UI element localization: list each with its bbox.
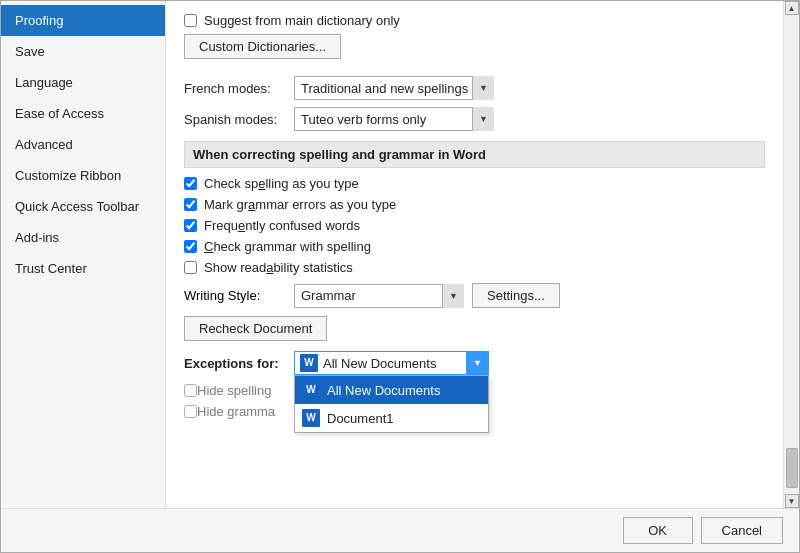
mark-grammar-label: Mark grammar errors as you type (204, 197, 396, 212)
writing-style-row: Writing Style: Grammar ▼ Settings... (184, 283, 765, 308)
suggest-dict-label: Suggest from main dictionary only (204, 13, 400, 28)
document1-label: Document1 (327, 411, 393, 426)
spanish-modes-label: Spanish modes: (184, 112, 294, 127)
hide-spelling-label: Hide spelling (197, 383, 271, 398)
sidebar-item-save[interactable]: Save (1, 36, 165, 67)
confused-words-label: Frequently confused words (204, 218, 360, 233)
spanish-modes-row: Spanish modes: Tuteo verb forms only ▼ (184, 107, 765, 131)
exceptions-row: Exceptions for: W All New Documents ▼ W (184, 351, 765, 375)
custom-dict-button[interactable]: Custom Dictionaries... (184, 34, 341, 59)
check-spelling-label: Check spelling as you type (204, 176, 359, 191)
writing-style-label: Writing Style: (184, 288, 294, 303)
scrollbar-thumb[interactable] (786, 448, 798, 488)
sidebar-item-ease-of-access[interactable]: Ease of Access (1, 98, 165, 129)
spanish-modes-select[interactable]: Tuteo verb forms only (294, 107, 494, 131)
exceptions-dropdown-arrow-icon[interactable]: ▼ (466, 352, 488, 374)
sidebar-item-proofing[interactable]: Proofing (1, 5, 165, 36)
dialog-body: Proofing Save Language Ease of Access Ad… (1, 1, 799, 508)
exceptions-doc-icon: W (299, 353, 319, 373)
settings-button[interactable]: Settings... (472, 283, 560, 308)
french-modes-dropdown-wrapper: Traditional and new spellings ▼ (294, 76, 494, 100)
exceptions-label: Exceptions for: (184, 356, 294, 371)
exceptions-dropdown-menu: W All New Documents W Document1 (294, 375, 489, 433)
all-new-label: All New Documents (327, 383, 440, 398)
dropdown-item-all-new[interactable]: W All New Documents (295, 376, 488, 404)
sidebar-item-customize-ribbon[interactable]: Customize Ribbon (1, 160, 165, 191)
exceptions-dropdown-container: W All New Documents ▼ W All New Document… (294, 351, 489, 375)
recheck-button[interactable]: Recheck Document (184, 316, 327, 341)
cancel-button[interactable]: Cancel (701, 517, 783, 544)
check-spelling-checkbox[interactable] (184, 177, 197, 190)
scrollbar-track: ▲ ▼ (783, 1, 799, 508)
main-content: Suggest from main dictionary only Custom… (166, 1, 783, 508)
readability-row: Show readability statistics (184, 260, 765, 275)
recheck-row: Recheck Document (184, 316, 765, 341)
readability-checkbox[interactable] (184, 261, 197, 274)
writing-style-select[interactable]: Grammar (294, 284, 464, 308)
check-grammar-row: Check grammar with spelling (184, 239, 765, 254)
exceptions-dropdown-button[interactable]: W All New Documents ▼ (294, 351, 489, 375)
sidebar-item-language[interactable]: Language (1, 67, 165, 98)
french-modes-select[interactable]: Traditional and new spellings (294, 76, 494, 100)
confused-words-row: Frequently confused words (184, 218, 765, 233)
dropdown-item-document1[interactable]: W Document1 (295, 404, 488, 432)
check-grammar-checkbox[interactable] (184, 240, 197, 253)
confused-words-checkbox[interactable] (184, 219, 197, 232)
all-new-doc-icon: W (301, 380, 321, 400)
word-options-dialog: Proofing Save Language Ease of Access Ad… (0, 0, 800, 553)
french-modes-row: French modes: Traditional and new spelli… (184, 76, 765, 100)
sidebar-item-quick-access-toolbar[interactable]: Quick Access Toolbar (1, 191, 165, 222)
suggest-dict-row: Suggest from main dictionary only (184, 13, 765, 28)
french-modes-label: French modes: (184, 81, 294, 96)
scrollbar-up-arrow[interactable]: ▲ (785, 1, 799, 15)
check-grammar-label: Check grammar with spelling (204, 239, 371, 254)
ok-button[interactable]: OK (623, 517, 693, 544)
mark-grammar-checkbox[interactable] (184, 198, 197, 211)
custom-dict-row: Custom Dictionaries... (184, 34, 765, 69)
exceptions-value-label: All New Documents (323, 356, 466, 371)
readability-label: Show readability statistics (204, 260, 353, 275)
sidebar-item-advanced[interactable]: Advanced (1, 129, 165, 160)
hide-grammar-checkbox[interactable] (184, 405, 197, 418)
scrollbar-down-arrow[interactable]: ▼ (785, 494, 799, 508)
spelling-grammar-section-header: When correcting spelling and grammar in … (184, 141, 765, 168)
writing-style-dropdown-wrapper: Grammar ▼ (294, 284, 464, 308)
document1-doc-icon: W (301, 408, 321, 428)
suggest-dict-checkbox[interactable] (184, 14, 197, 27)
sidebar: Proofing Save Language Ease of Access Ad… (1, 1, 166, 508)
check-spelling-row: Check spelling as you type (184, 176, 765, 191)
mark-grammar-row: Mark grammar errors as you type (184, 197, 765, 212)
hide-grammar-label: Hide gramma (197, 404, 275, 419)
hide-spelling-checkbox[interactable] (184, 384, 197, 397)
sidebar-item-add-ins[interactable]: Add-ins (1, 222, 165, 253)
sidebar-item-trust-center[interactable]: Trust Center (1, 253, 165, 284)
dialog-footer: OK Cancel (1, 508, 799, 552)
spanish-modes-dropdown-wrapper: Tuteo verb forms only ▼ (294, 107, 494, 131)
